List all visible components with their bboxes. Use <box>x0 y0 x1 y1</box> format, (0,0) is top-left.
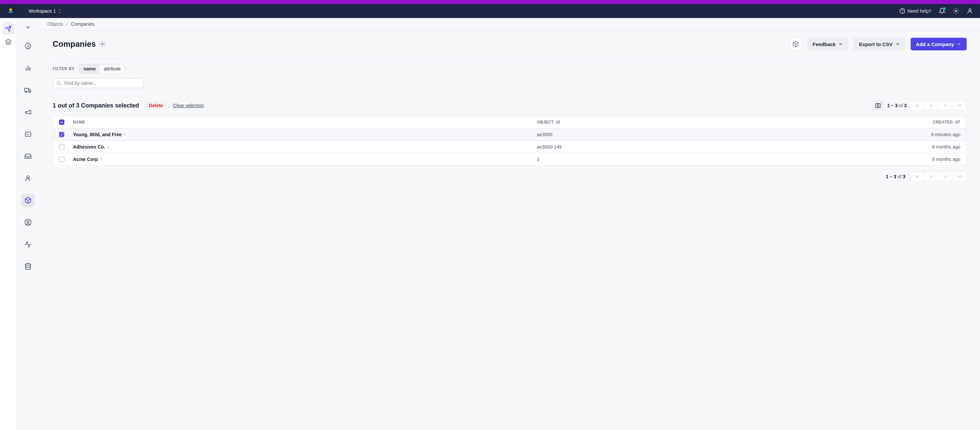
top-nav: Workspace 1 Need help? <box>0 4 980 18</box>
page-title: Companies <box>52 39 95 49</box>
chevron-right-icon <box>99 157 103 161</box>
object-view-button[interactable] <box>789 38 802 50</box>
send-icon <box>5 26 12 32</box>
columns-button[interactable] <box>872 101 884 110</box>
row-object-id: 1 <box>537 157 894 162</box>
megaphone-icon <box>24 109 32 116</box>
pager-bottom <box>910 172 967 182</box>
nav-objects[interactable] <box>21 193 35 207</box>
svg-point-15 <box>57 82 60 85</box>
row-object-id: ae3000-145 <box>537 144 894 150</box>
pager-first[interactable] <box>910 172 924 181</box>
export-label: Export to CSV <box>859 42 892 47</box>
truck-icon <box>24 86 32 94</box>
column-object-id[interactable]: OBJECT_ID <box>537 120 894 125</box>
nav-delivery[interactable] <box>21 83 35 97</box>
clear-selection-link[interactable]: Clear selection <box>173 103 204 108</box>
row-name-link[interactable]: Acme Corp <box>73 157 537 162</box>
breadcrumb-root[interactable]: Objects <box>47 21 63 27</box>
nav-account-circle[interactable] <box>21 216 35 229</box>
pagination-info-top: 1 – 3 of 3 <box>887 103 907 108</box>
app-logo[interactable] <box>7 7 15 15</box>
workspace-selector[interactable]: Workspace 1 <box>29 8 62 14</box>
svg-rect-16 <box>876 104 880 107</box>
row-created-at: 9 minutes ago <box>894 132 960 137</box>
row-name-link[interactable]: Adhesives Co. <box>73 144 537 150</box>
row-checkbox[interactable]: ✓ <box>59 132 64 137</box>
gear-icon <box>99 41 106 47</box>
inbox-icon <box>24 153 32 160</box>
nav-data[interactable] <box>21 260 35 273</box>
export-csv-button[interactable]: Export to CSV <box>854 38 905 50</box>
search-input[interactable] <box>52 78 143 88</box>
svg-point-4 <box>969 9 971 11</box>
companies-table: NAME OBJECT_ID CREATED_AT ✓ Young, Wild,… <box>52 116 967 166</box>
row-checkbox[interactable] <box>59 144 64 150</box>
pagination-info-bottom: 1 – 3 of 3 <box>886 174 905 179</box>
add-company-button[interactable]: Add a Company <box>911 38 967 50</box>
row-object-id: ae3000 <box>537 132 894 137</box>
pager-last[interactable] <box>952 172 966 181</box>
row-checkbox[interactable] <box>59 157 64 162</box>
nav-terminal[interactable] <box>21 128 35 141</box>
feedback-button[interactable]: Feedback <box>807 38 848 50</box>
pager-prev[interactable] <box>924 101 938 110</box>
gauge-icon <box>24 42 32 50</box>
chevron-down-icon <box>895 42 900 46</box>
sidebar-item-layers[interactable] <box>2 36 14 48</box>
secondary-sidebar <box>17 18 39 430</box>
breadcrumb-current: Companies <box>71 21 95 27</box>
svg-point-7 <box>25 91 27 93</box>
primary-sidebar <box>0 18 17 430</box>
svg-point-0 <box>10 8 12 11</box>
filter-by-attribute[interactable]: attribute <box>100 64 125 73</box>
filter-toggle: name attribute <box>80 64 125 74</box>
user-circle-icon <box>24 219 32 226</box>
nav-analytics[interactable] <box>21 61 35 75</box>
pager-prev[interactable] <box>924 172 938 181</box>
filter-by-name[interactable]: name <box>80 64 100 73</box>
gear-icon <box>953 8 959 14</box>
pager-first[interactable] <box>910 101 924 110</box>
page-settings-button[interactable] <box>99 41 106 47</box>
nav-activity[interactable] <box>21 238 35 251</box>
nav-dashboard[interactable] <box>21 39 35 53</box>
settings-button[interactable] <box>953 8 959 14</box>
brand-stripe <box>0 0 980 4</box>
breadcrumb: Objects / Companies <box>39 18 980 30</box>
sidebar-item-campaigns[interactable] <box>2 23 14 35</box>
row-name-link[interactable]: Young, Wild, and Free <box>73 132 537 137</box>
pager-last[interactable] <box>952 101 966 110</box>
sidebar-expand[interactable] <box>21 24 35 31</box>
add-company-label: Add a Company <box>916 42 954 47</box>
svg-point-13 <box>25 264 31 265</box>
selection-bar: 1 out of 3 Companies selected Delete Cle… <box>52 90 967 116</box>
nav-people[interactable] <box>21 172 35 185</box>
column-created-at[interactable]: CREATED_AT <box>894 120 960 125</box>
pager-next[interactable] <box>938 172 952 181</box>
chevrons-right-icon <box>25 25 31 30</box>
bottom-pagination: 1 – 3 of 3 <box>52 166 967 182</box>
table-row[interactable]: ✓ Young, Wild, and Free ae3000 9 minutes… <box>53 128 966 141</box>
svg-point-3 <box>955 10 957 12</box>
nav-broadcast[interactable] <box>21 106 35 119</box>
chevron-right-icon <box>107 145 110 149</box>
account-button[interactable] <box>967 8 973 14</box>
nav-inbox[interactable] <box>21 150 35 163</box>
pager-next[interactable] <box>938 101 952 110</box>
table-row[interactable]: Acme Corp 1 9 months ago <box>53 153 966 165</box>
select-all-checkbox[interactable] <box>59 120 64 125</box>
person-icon <box>24 174 32 182</box>
need-help-button[interactable]: Need help? <box>899 8 931 14</box>
notifications-button[interactable] <box>939 8 945 14</box>
table-row[interactable]: Adhesives Co. ae3000-145 8 months ago <box>53 141 966 153</box>
delete-button[interactable]: Delete <box>145 101 167 110</box>
svg-point-8 <box>29 91 31 93</box>
column-name[interactable]: NAME <box>73 120 537 125</box>
svg-point-14 <box>102 43 103 45</box>
selection-summary: 1 out of 3 Companies selected <box>52 102 139 109</box>
table-header: NAME OBJECT_ID CREATED_AT <box>53 116 966 128</box>
pager-top <box>910 101 967 110</box>
svg-point-12 <box>27 221 29 223</box>
search-icon <box>56 80 61 86</box>
